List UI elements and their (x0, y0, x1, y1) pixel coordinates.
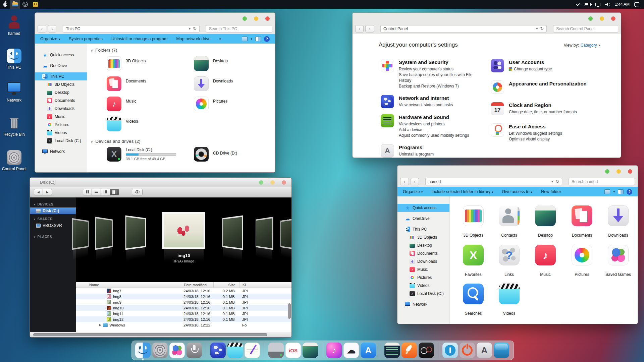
category-user-accounts[interactable]: User Accounts Change account type (491, 59, 615, 72)
quick-look-button[interactable] (132, 189, 143, 195)
display-network-icon[interactable] (595, 3, 600, 6)
sidebar-item-pictures[interactable]: Pictures (35, 121, 87, 129)
column-header-size[interactable]: Size (213, 282, 239, 288)
dock-notes[interactable] (245, 343, 260, 358)
category-ease-access[interactable]: Ease of Access Let Windows suggest setti… (491, 123, 615, 142)
sidebar-item-desktop[interactable]: Desktop (35, 88, 87, 97)
sidebar-item-local-disk-c[interactable]: XLocal Disk (C:) (35, 137, 87, 145)
folder-pictures[interactable]: Pictures (194, 97, 227, 111)
address-bar[interactable]: This PC ▾ ↻ (63, 25, 200, 33)
sidebar-item-pictures[interactable]: Pictures (397, 274, 449, 282)
sidebar-item-network[interactable]: Network (397, 300, 449, 308)
category-link[interactable]: Uninstall a program (399, 152, 434, 157)
grid-item-music[interactable]: ♪Music (528, 245, 563, 277)
dock-internet[interactable] (210, 343, 226, 358)
category-link[interactable]: Review your computer's status (399, 66, 485, 72)
uninstall-program-button[interactable]: Uninstall or change a program (111, 37, 167, 41)
minimize-button[interactable] (254, 16, 258, 21)
clock[interactable]: 1:44 AM (615, 2, 630, 7)
column-header-date[interactable]: Date modified (181, 282, 213, 288)
address-dropdown-icon[interactable]: ▾ (536, 27, 538, 31)
search-box[interactable]: Search This PC (206, 25, 272, 33)
forward-button[interactable]: › (48, 25, 57, 33)
minimize-button[interactable] (616, 169, 621, 174)
volume-icon[interactable] (605, 3, 610, 6)
category-link[interactable]: Add a device (399, 127, 469, 133)
sidebar-item-3d-objects[interactable]: 3D Objects (35, 80, 87, 88)
icon-view-button[interactable] (83, 189, 92, 195)
drive-cd-d[interactable]: CD Drive (D:) (194, 147, 237, 162)
sidebar-item-desktop[interactable]: Desktop (397, 241, 449, 249)
category-link[interactable]: Let Windows suggest settings (509, 131, 562, 136)
folder-music[interactable]: ♪Music (107, 97, 136, 111)
view-mode-icon[interactable] (242, 37, 248, 41)
dock-power-info[interactable] (442, 343, 458, 358)
sidebar-item-disk-c[interactable]: Disk (C:) (30, 207, 76, 214)
file-row[interactable]: img8 24/03/18, 12:16 0.1 MB JPI (76, 294, 291, 299)
dock-launchpad[interactable] (401, 343, 417, 358)
grid-item-saved-games[interactable]: Saved Games (601, 245, 636, 277)
forward-button[interactable]: › (365, 25, 374, 33)
category-link[interactable]: Backup and Restore (Windows 7) (399, 83, 485, 89)
dock-game-center[interactable] (169, 343, 185, 358)
category-link[interactable]: Optimize visual display (509, 136, 562, 142)
new-folder-button[interactable]: New folder (541, 189, 561, 194)
forward-button[interactable]: ▶ (43, 189, 52, 195)
file-row[interactable]: img7 24/03/18, 12:16 0.2 MB JPI (76, 288, 291, 294)
coverflow-view-button[interactable] (110, 189, 119, 195)
grid-item-3d-objects[interactable]: 3D Objects (456, 205, 491, 238)
dock-hard-drive[interactable] (268, 343, 284, 358)
sidebar-item-videos[interactable]: Videos (397, 282, 449, 290)
notification-bubble-icon[interactable] (634, 2, 639, 6)
view-by-value[interactable]: Category (581, 43, 597, 48)
category-link[interactable]: Change account type (509, 66, 552, 72)
dock-desktop-mavericks[interactable] (303, 343, 318, 358)
category-link[interactable]: View network status and tasks (399, 102, 453, 108)
folder-documents[interactable]: Documents (107, 76, 146, 91)
organize-button[interactable]: Organize▾ (40, 37, 60, 41)
file-explorer-menubar-icon[interactable] (10, 0, 20, 9)
places-section[interactable]: ▼PLACES (33, 235, 76, 239)
desktop-icon-hamed[interactable]: hamed (3, 15, 25, 36)
disclosure-triangle-icon[interactable]: ▶ (99, 323, 101, 326)
sidebar-item-music[interactable]: ♪Music (397, 265, 449, 274)
grid-item-searches[interactable]: Searches (456, 284, 491, 316)
grid-item-desktop[interactable]: Desktop (528, 205, 563, 238)
address-bar[interactable]: Control Panel ▾ ↻ (380, 25, 547, 33)
folder-downloads[interactable]: Downloads (194, 76, 233, 91)
back-button[interactable]: ‹ (400, 178, 409, 185)
sidebar-item-3d-objects[interactable]: 3D Objects (397, 233, 449, 241)
category-clock-region[interactable]: Clock and Region Change date, time, or n… (491, 102, 615, 115)
finder-badge-icon[interactable] (30, 0, 40, 9)
coverflow-item[interactable] (222, 216, 243, 250)
sidebar-item-downloads[interactable]: Downloads (35, 105, 87, 113)
desktop-icon-control-panel[interactable]: Control Panel (3, 150, 25, 171)
dock-itunes[interactable]: ♪ (326, 343, 342, 358)
list-view-button[interactable] (92, 189, 101, 195)
horizontal-scrollbar[interactable] (30, 332, 291, 337)
sidebar-item-onedrive[interactable]: ☁OneDrive (35, 62, 87, 70)
address-dropdown-icon[interactable]: ▾ (189, 27, 191, 31)
folder-3d-objects[interactable]: 3D Objects (107, 56, 146, 71)
file-row[interactable]: img11 24/03/18, 12:16 0.1 MB JPI (76, 311, 291, 316)
coverflow-selected-item[interactable] (162, 212, 205, 249)
help-button[interactable]: ? (627, 189, 632, 195)
desktop-icon-recycle-bin[interactable]: Recycle Bin (3, 116, 25, 137)
category-network-internet[interactable]: Network and Internet View network status… (381, 95, 485, 108)
grid-item-links[interactable]: ?Links (492, 245, 527, 277)
title-bar[interactable]: ‹ › This PC ▾ ↻ Search This PC (35, 13, 275, 34)
include-in-library-button[interactable]: Include selected folder in library▾ (431, 189, 493, 194)
view-dropdown-icon[interactable]: ▾ (613, 190, 615, 193)
desktop-icon-this-pc[interactable]: This PC (3, 49, 25, 70)
coverflow-item[interactable] (72, 218, 89, 250)
sidebar-item-this-pc[interactable]: This PC (397, 225, 449, 233)
preview-pane-icon[interactable] (618, 189, 624, 194)
column-header-name[interactable]: Name (76, 282, 181, 288)
dock-ios[interactable]: iOS (285, 343, 301, 358)
back-button[interactable]: ‹ (38, 25, 46, 33)
folders-section-header[interactable]: ∨Folders (7) (91, 48, 117, 53)
minimize-button[interactable] (270, 180, 275, 185)
grid-item-videos[interactable]: Videos (492, 284, 527, 316)
sidebar-item-this-pc[interactable]: This PC (35, 72, 87, 80)
sidebar-item-local-disk-c[interactable]: XLocal Disk (C:) (397, 290, 449, 298)
